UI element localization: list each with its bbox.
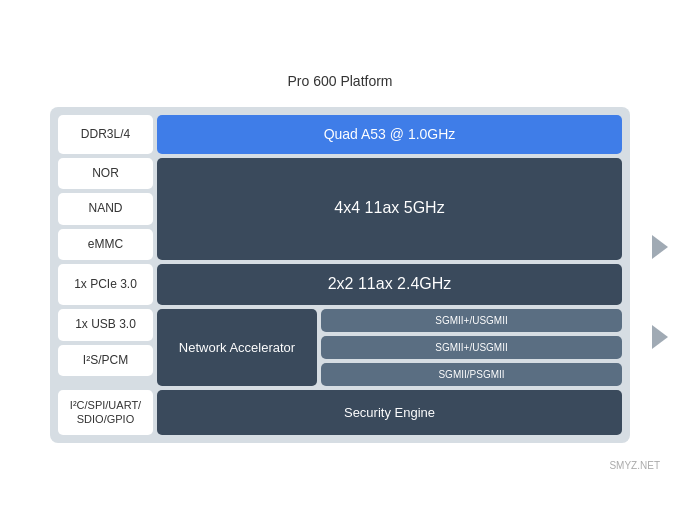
emmc-label: eMMC xyxy=(58,229,153,261)
page-title: Pro 600 Platform xyxy=(287,73,392,89)
wifi5-cell: 4x4 11ax 5GHz xyxy=(157,158,622,261)
wifi24-cell: 2x2 11ax 2.4GHz xyxy=(157,264,622,305)
ddr-label: DDR3L/4 xyxy=(58,115,153,153)
sgmii-group: SGMII+/USGMII SGMII+/USGMII SGMII/PSGMII xyxy=(321,309,622,386)
watermark: SMYZ.NET xyxy=(609,460,660,471)
cpu-row: DDR3L/4 Quad A53 @ 1.0GHz xyxy=(58,115,622,153)
sgmii3-cell: SGMII/PSGMII xyxy=(321,363,622,386)
usb-label: 1x USB 3.0 xyxy=(58,309,153,341)
network-accel-cell: Network Accelerator xyxy=(157,309,317,386)
network-row-outer: 1x USB 3.0 I²S/PCM Network Accelerator S… xyxy=(58,309,622,386)
memory-labels: NOR NAND eMMC xyxy=(58,158,153,261)
security-row: I²C/SPI/UART/ SDIO/GPIO Security Engine xyxy=(58,390,622,435)
security-cell: Security Engine xyxy=(157,390,622,435)
wifi5-row: NOR NAND eMMC 4x4 11ax 5GHz xyxy=(58,158,622,261)
interface-labels: 1x USB 3.0 I²S/PCM xyxy=(58,309,153,386)
nor-label: NOR xyxy=(58,158,153,190)
pcie-label: 1x PCIe 3.0 xyxy=(58,264,153,305)
wifi24-row: 1x PCIe 3.0 2x2 11ax 2.4GHz xyxy=(58,264,622,305)
gpio-label: I²C/SPI/UART/ SDIO/GPIO xyxy=(58,390,153,435)
cpu-cell: Quad A53 @ 1.0GHz xyxy=(157,115,622,153)
arrow-24ghz-icon xyxy=(652,325,668,349)
arrow-5ghz-icon xyxy=(652,235,668,259)
sgmii1-cell: SGMII+/USGMII xyxy=(321,309,622,332)
platform-grid: DDR3L/4 Quad A53 @ 1.0GHz NOR NAND eMMC … xyxy=(50,107,630,442)
sgmii2-cell: SGMII+/USGMII xyxy=(321,336,622,359)
nand-label: NAND xyxy=(58,193,153,225)
i2s-label: I²S/PCM xyxy=(58,345,153,377)
network-inner: Network Accelerator SGMII+/USGMII SGMII+… xyxy=(157,309,622,386)
